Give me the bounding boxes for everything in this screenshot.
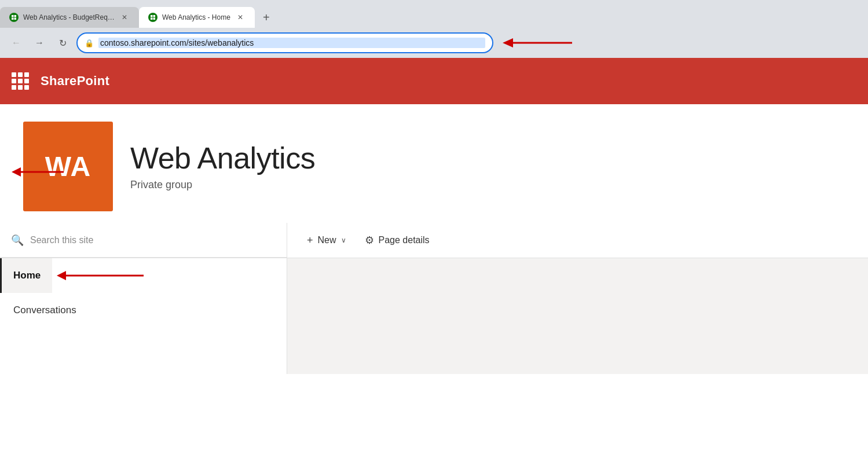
new-button-label: New <box>318 235 336 245</box>
svg-marker-11 <box>12 167 21 177</box>
logo-annotation-arrow <box>12 162 69 182</box>
toolbar-actions: + New ∨ ⚙ Page details <box>287 223 868 258</box>
svg-rect-4 <box>151 15 153 17</box>
svg-marker-13 <box>57 271 66 280</box>
content-area <box>287 258 868 374</box>
home-nav-wrapper: Home <box>0 258 287 293</box>
nav-item-home-label: Home <box>13 270 41 281</box>
forward-button[interactable]: → <box>30 34 49 52</box>
sharepoint-header: SharePoint <box>0 58 868 104</box>
waffle-dot <box>12 85 16 90</box>
main-layout: Home Conversations <box>0 258 868 374</box>
nav-item-conversations-label: Conversations <box>13 305 76 316</box>
left-nav-search: 🔍 Search this site <box>0 223 287 258</box>
svg-rect-2 <box>12 18 14 20</box>
tab2-close-button[interactable]: ✕ <box>235 12 246 23</box>
tab-home[interactable]: Web Analytics - Home ✕ <box>139 7 255 28</box>
address-row: ← → ↻ 🔒 contoso.sharepoint.com/sites/web… <box>0 28 868 58</box>
site-subtitle: Private group <box>130 179 315 191</box>
tab1-favicon <box>9 13 19 22</box>
address-bar[interactable]: 🔒 contoso.sharepoint.com/sites/webanalyt… <box>76 32 493 53</box>
tab1-title: Web Analytics - BudgetRequests <box>23 13 115 21</box>
url-text: contoso.sharepoint.com/sites/webanalytic… <box>98 38 485 48</box>
waffle-dot <box>18 85 23 90</box>
waffle-dot <box>18 72 23 77</box>
svg-rect-1 <box>14 15 17 17</box>
tab2-favicon <box>148 13 158 22</box>
waffle-dot <box>24 79 29 83</box>
new-chevron-icon: ∨ <box>341 236 346 244</box>
waffle-dot <box>18 79 23 83</box>
page-details-button[interactable]: ⚙ Page details <box>357 230 438 250</box>
sharepoint-app-name: SharePoint <box>41 74 109 89</box>
home-nav-annotation-arrow <box>57 265 149 286</box>
app-launcher-button[interactable] <box>12 72 29 90</box>
svg-rect-0 <box>12 15 14 17</box>
search-box[interactable]: 🔍 Search this site <box>0 223 287 258</box>
nav-list-area: Home Conversations <box>0 258 287 374</box>
waffle-dot <box>12 79 16 83</box>
gear-icon: ⚙ <box>365 234 374 247</box>
reload-button[interactable]: ↻ <box>53 34 72 52</box>
site-header: WA Web Analytics Private group <box>0 104 868 223</box>
tab1-close-button[interactable]: ✕ <box>119 12 130 23</box>
site-logo-wrapper: WA <box>23 122 113 211</box>
tab-budget-requests[interactable]: Web Analytics - BudgetRequests ✕ <box>0 7 139 28</box>
nav-item-home[interactable]: Home <box>0 258 52 293</box>
svg-rect-5 <box>153 15 156 17</box>
svg-marker-9 <box>503 38 513 47</box>
waffle-dot <box>24 72 29 77</box>
new-tab-button[interactable]: + <box>257 8 276 27</box>
search-placeholder-text: Search this site <box>30 235 93 245</box>
tab-bar: Web Analytics - BudgetRequests ✕ Web Ana… <box>0 0 868 28</box>
nav-item-conversations[interactable]: Conversations <box>0 293 287 328</box>
search-toolbar-area: 🔍 Search this site + New ∨ ⚙ Page detail… <box>0 223 868 258</box>
lock-icon: 🔒 <box>85 39 94 47</box>
waffle-dot <box>12 72 16 77</box>
svg-rect-7 <box>153 18 156 20</box>
tab2-title: Web Analytics - Home <box>162 13 230 21</box>
new-button[interactable]: + New ∨ <box>299 231 354 250</box>
waffle-dot <box>24 85 29 90</box>
site-title: Web Analytics <box>130 142 315 175</box>
back-button[interactable]: ← <box>7 34 25 52</box>
page-details-label: Page details <box>379 235 430 245</box>
search-icon: 🔍 <box>12 234 23 246</box>
site-info: Web Analytics Private group <box>130 142 315 190</box>
url-annotation-arrow <box>503 31 578 54</box>
svg-rect-6 <box>151 18 153 20</box>
svg-rect-3 <box>14 18 17 20</box>
new-plus-icon: + <box>307 234 313 247</box>
